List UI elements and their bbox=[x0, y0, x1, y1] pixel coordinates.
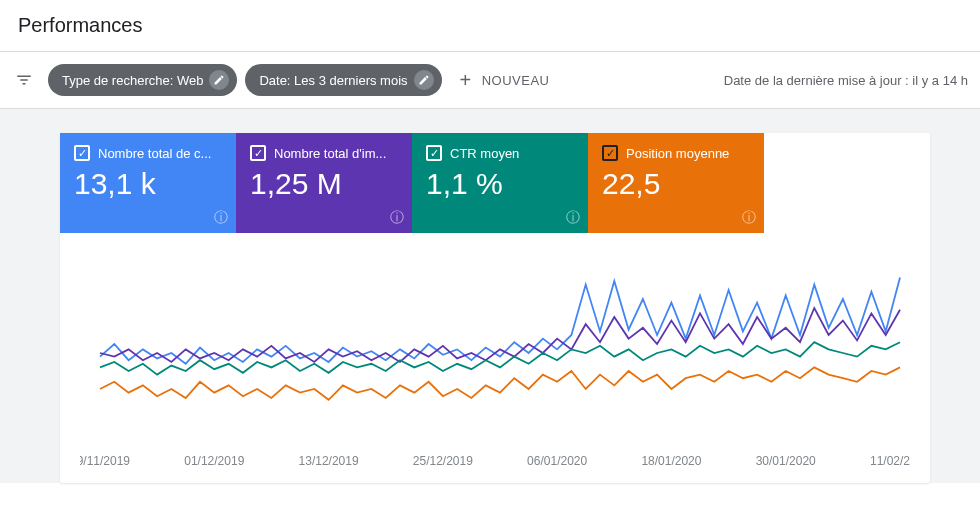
svg-text:18/01/2020: 18/01/2020 bbox=[641, 454, 701, 468]
metric-label: Nombre total de c... bbox=[98, 146, 211, 161]
last-update-text: Date de la dernière mise à jour : il y a… bbox=[724, 73, 968, 88]
add-filter-label: NOUVEAU bbox=[482, 73, 550, 88]
checkbox-icon: ✓ bbox=[426, 145, 442, 161]
svg-text:11/02/2020: 11/02/2020 bbox=[870, 454, 910, 468]
chart-area: 19/11/201901/12/201913/12/201925/12/2019… bbox=[60, 233, 930, 483]
help-icon[interactable]: ⓘ bbox=[566, 209, 580, 227]
svg-text:30/01/2020: 30/01/2020 bbox=[756, 454, 816, 468]
svg-text:19/11/2019: 19/11/2019 bbox=[80, 454, 130, 468]
content-area: ✓ Nombre total de c... 13,1 k ⓘ ✓ Nombre… bbox=[0, 109, 980, 483]
metric-label: CTR moyen bbox=[450, 146, 519, 161]
metric-clicks[interactable]: ✓ Nombre total de c... 13,1 k ⓘ bbox=[60, 133, 236, 233]
svg-text:01/12/2019: 01/12/2019 bbox=[184, 454, 244, 468]
metric-value: 22,5 bbox=[602, 167, 750, 201]
svg-text:06/01/2020: 06/01/2020 bbox=[527, 454, 587, 468]
performance-chart: 19/11/201901/12/201913/12/201925/12/2019… bbox=[80, 253, 910, 473]
metric-value: 13,1 k bbox=[74, 167, 222, 201]
svg-text:25/12/2019: 25/12/2019 bbox=[413, 454, 473, 468]
performance-card: ✓ Nombre total de c... 13,1 k ⓘ ✓ Nombre… bbox=[60, 133, 930, 483]
help-icon[interactable]: ⓘ bbox=[390, 209, 404, 227]
metric-impressions[interactable]: ✓ Nombre total d'im... 1,25 M ⓘ bbox=[236, 133, 412, 233]
metric-value: 1,25 M bbox=[250, 167, 398, 201]
add-filter-button[interactable]: + NOUVEAU bbox=[450, 64, 560, 96]
help-icon[interactable]: ⓘ bbox=[214, 209, 228, 227]
checkbox-icon: ✓ bbox=[250, 145, 266, 161]
chip-date-range[interactable]: Date: Les 3 derniers mois bbox=[245, 64, 441, 96]
metric-ctr[interactable]: ✓ CTR moyen 1,1 % ⓘ bbox=[412, 133, 588, 233]
metric-position[interactable]: ✓ Position moyenne 22,5 ⓘ bbox=[588, 133, 764, 233]
filter-bar: Type de recherche: Web Date: Les 3 derni… bbox=[0, 52, 980, 108]
page-title: Performances bbox=[0, 0, 980, 51]
metric-label: Nombre total d'im... bbox=[274, 146, 386, 161]
chip-search-type[interactable]: Type de recherche: Web bbox=[48, 64, 237, 96]
chip-label: Date: Les 3 derniers mois bbox=[259, 73, 407, 88]
filter-icon[interactable] bbox=[12, 68, 36, 92]
metrics-row: ✓ Nombre total de c... 13,1 k ⓘ ✓ Nombre… bbox=[60, 133, 930, 233]
checkbox-icon: ✓ bbox=[74, 145, 90, 161]
svg-text:13/12/2019: 13/12/2019 bbox=[299, 454, 359, 468]
chip-label: Type de recherche: Web bbox=[62, 73, 203, 88]
plus-icon: + bbox=[460, 70, 472, 90]
help-icon[interactable]: ⓘ bbox=[742, 209, 756, 227]
metric-label: Position moyenne bbox=[626, 146, 729, 161]
pencil-icon bbox=[209, 70, 229, 90]
checkbox-icon: ✓ bbox=[602, 145, 618, 161]
pencil-icon bbox=[414, 70, 434, 90]
metric-value: 1,1 % bbox=[426, 167, 574, 201]
